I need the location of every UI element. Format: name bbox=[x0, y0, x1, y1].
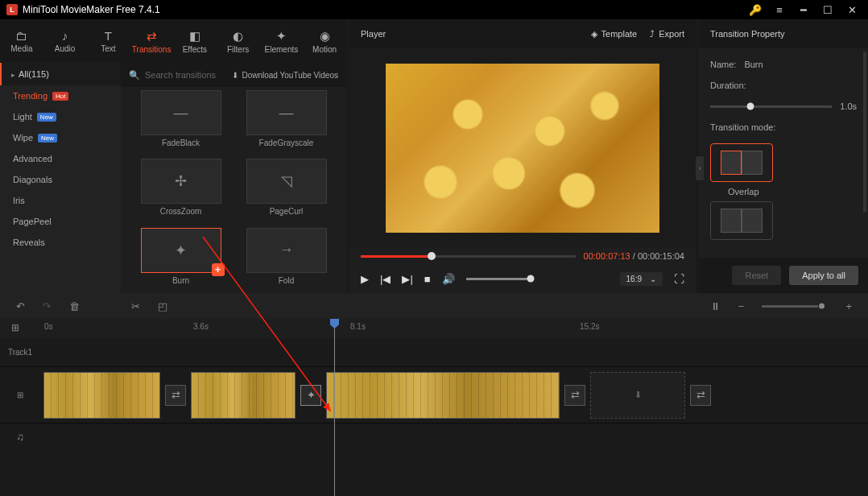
play-button[interactable]: ▶ bbox=[361, 273, 369, 285]
mode-overlap[interactable] bbox=[710, 143, 773, 182]
panel-collapse-handle[interactable]: › bbox=[696, 156, 704, 180]
app-title: MiniTool MovieMaker Free 7.4.1 bbox=[23, 4, 741, 15]
next-frame-button[interactable]: ▶| bbox=[402, 273, 412, 285]
reset-button[interactable]: Reset bbox=[732, 266, 781, 285]
transition-slot-3[interactable]: ⇄ bbox=[564, 385, 585, 406]
tab-motion[interactable]: ◉Motion bbox=[303, 19, 346, 63]
timeline-ruler[interactable]: ⊞ 0s3.6s8.1s15.2s bbox=[0, 319, 868, 338]
prev-frame-button[interactable]: |◀ bbox=[380, 273, 391, 285]
category-trending[interactable]: TrendingHot bbox=[0, 85, 121, 106]
category-advanced[interactable]: Advanced bbox=[0, 148, 121, 169]
titlebar: L MiniTool MovieMaker Free 7.4.1 🔑 ≡ ━ ☐… bbox=[0, 0, 868, 19]
template-icon: ◈ bbox=[591, 29, 597, 39]
transition-crosszoom[interactable]: ✢CrossZoom bbox=[140, 155, 221, 224]
template-button[interactable]: ◈Template bbox=[591, 29, 638, 39]
filters-icon: ◐ bbox=[233, 29, 243, 43]
category-diagonals[interactable]: Diagonals bbox=[0, 169, 121, 190]
playhead[interactable] bbox=[334, 319, 335, 496]
split-button[interactable]: ✂ bbox=[131, 300, 140, 312]
zoom-slider[interactable] bbox=[762, 305, 818, 308]
download-icon: ⬇ bbox=[232, 71, 238, 80]
tab-effects[interactable]: ◧Effects bbox=[173, 19, 217, 63]
transition-fadeblack[interactable]: —FadeBlack bbox=[140, 87, 221, 155]
key-icon[interactable]: 🔑 bbox=[746, 4, 765, 16]
video-track-icon: ⊞ bbox=[0, 391, 40, 399]
category-sidebar: All(115) TrendingHotLightNewWipeNewAdvan… bbox=[0, 63, 121, 293]
duration-value: 1.0s bbox=[840, 101, 857, 111]
mode-label: Transition mode: bbox=[710, 122, 776, 132]
video-preview[interactable] bbox=[349, 48, 696, 248]
transition-fadegrayscale[interactable]: —FadeGrayscale bbox=[246, 87, 327, 155]
undo-button[interactable]: ↶ bbox=[16, 300, 25, 312]
aspect-ratio-select[interactable]: 16:9⌄ bbox=[620, 272, 663, 286]
app-logo-icon: L bbox=[6, 4, 18, 15]
maximize-button[interactable]: ☐ bbox=[818, 4, 837, 16]
props-scrollbar[interactable] bbox=[863, 52, 866, 213]
ruler-tick: 8.1s bbox=[350, 322, 366, 331]
category-wipe[interactable]: WipeNew bbox=[0, 127, 121, 148]
transition-burn[interactable]: ✦+Burn bbox=[140, 225, 221, 293]
zoom-out-button[interactable]: − bbox=[738, 300, 745, 312]
search-input[interactable]: 🔍 Search transitions bbox=[129, 70, 225, 81]
category-all[interactable]: All(115) bbox=[0, 63, 121, 85]
stop-button[interactable]: ■ bbox=[424, 273, 431, 285]
chevron-down-icon: ⌄ bbox=[650, 275, 656, 283]
motion-icon: ◉ bbox=[320, 29, 330, 43]
category-light[interactable]: LightNew bbox=[0, 106, 121, 127]
ruler-tick: 15.2s bbox=[580, 322, 599, 331]
category-reveals[interactable]: Reveals bbox=[0, 232, 121, 253]
category-pagepeel[interactable]: PagePeel bbox=[0, 211, 121, 232]
add-transition-button[interactable]: + bbox=[212, 263, 225, 276]
audio-icon: ♪ bbox=[62, 29, 68, 43]
menu-icon[interactable]: ≡ bbox=[770, 4, 789, 16]
tab-audio[interactable]: ♪Audio bbox=[43, 19, 87, 63]
text-icon: T bbox=[105, 29, 112, 43]
zoom-in-button[interactable]: + bbox=[845, 300, 852, 312]
track-label: Track1 bbox=[0, 348, 40, 357]
mode-alt[interactable] bbox=[710, 201, 773, 240]
tab-media[interactable]: 🗀Media bbox=[0, 19, 43, 63]
tab-elements[interactable]: ✦Elements bbox=[260, 19, 304, 63]
tab-transitions[interactable]: ⇄Transitions bbox=[130, 19, 173, 63]
empty-clip-slot[interactable]: ⬇ bbox=[590, 372, 685, 419]
transitions-icon: ⇄ bbox=[147, 29, 157, 43]
timeline: ⊞ 0s3.6s8.1s15.2s Track1 ⊞ ⇄ ✦ ⇄ ⬇ ⇄ ♫ bbox=[0, 319, 868, 496]
main-tabs: 🗀Media♪AudioTText⇄Transitions◧Effects◐Fi… bbox=[0, 19, 346, 63]
overlap-label: Overlap bbox=[728, 187, 759, 196]
progress-bar[interactable] bbox=[361, 255, 576, 258]
clip-3[interactable] bbox=[326, 372, 560, 419]
duration-slider[interactable] bbox=[710, 105, 832, 108]
search-icon: 🔍 bbox=[129, 70, 140, 81]
video-track[interactable]: ⇄ ✦ ⇄ ⬇ ⇄ bbox=[40, 367, 868, 423]
duration-label: Duration: bbox=[710, 81, 746, 90]
transition-pagecurl[interactable]: ◹PageCurl bbox=[246, 155, 327, 224]
clip-1[interactable] bbox=[43, 372, 160, 419]
tab-filters[interactable]: ◐Filters bbox=[217, 19, 260, 63]
transition-fold[interactable]: →Fold bbox=[246, 225, 327, 293]
clip-2[interactable] bbox=[191, 372, 296, 419]
volume-icon[interactable]: 🔊 bbox=[442, 273, 455, 285]
add-track-button[interactable]: ⊞ bbox=[11, 322, 19, 333]
close-button[interactable]: ✕ bbox=[842, 4, 862, 16]
effects-icon: ◧ bbox=[189, 29, 200, 43]
timecode: 00:00:07:13 / 00:00:15:04 bbox=[584, 251, 684, 261]
volume-slider[interactable] bbox=[466, 278, 531, 280]
transition-slot-4[interactable]: ⇄ bbox=[690, 385, 711, 406]
tab-text[interactable]: TText bbox=[87, 19, 130, 63]
mute-icon[interactable]: ⏸ bbox=[710, 300, 721, 312]
transition-slot-2-applied[interactable]: ✦ bbox=[300, 385, 321, 406]
apply-all-button[interactable]: Apply to all bbox=[789, 266, 858, 285]
name-label: Name: bbox=[710, 60, 736, 69]
category-iris[interactable]: Iris bbox=[0, 190, 121, 211]
delete-button[interactable]: 🗑 bbox=[69, 300, 80, 312]
fullscreen-button[interactable]: ⛶ bbox=[674, 273, 684, 285]
transition-slot-1[interactable]: ⇄ bbox=[165, 385, 186, 406]
ruler-tick: 0s bbox=[44, 322, 53, 331]
export-button[interactable]: ⤴Export bbox=[650, 29, 684, 39]
redo-button[interactable]: ↷ bbox=[43, 300, 52, 312]
crop-button[interactable]: ◰ bbox=[158, 300, 167, 312]
download-youtube-button[interactable]: ⬇ Download YouTube Videos bbox=[232, 71, 338, 80]
player-title: Player bbox=[361, 29, 578, 39]
minimize-button[interactable]: ━ bbox=[794, 4, 813, 16]
media-icon: 🗀 bbox=[15, 29, 27, 43]
